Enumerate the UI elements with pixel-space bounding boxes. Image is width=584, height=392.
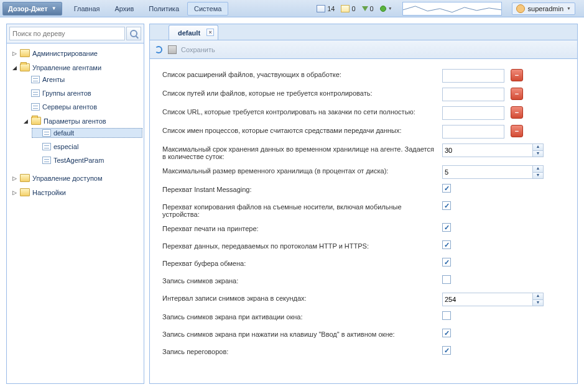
delete-cell: −	[511, 125, 526, 137]
expand-icon[interactable]: ▷	[11, 189, 17, 196]
field-control: ▲▼	[442, 144, 544, 157]
field-control: ▲▼	[442, 165, 544, 179]
checkbox[interactable]: ✓	[442, 258, 451, 267]
tree-folder[interactable]: ◢Управление агентами	[9, 62, 142, 73]
field-label: Список имен процессов, которые считаются…	[162, 125, 442, 134]
form-row: Максимальный размер временного хранилища…	[162, 163, 565, 181]
number-input[interactable]	[442, 144, 532, 157]
delete-button[interactable]: −	[511, 125, 523, 137]
download-icon	[362, 6, 368, 11]
mail-new-stat[interactable]: 14	[317, 5, 335, 12]
user-label: superadmin	[528, 5, 563, 12]
online-stat[interactable]: ▼	[380, 6, 392, 12]
checkbox[interactable]: ✓	[442, 240, 451, 249]
spin-up-button[interactable]: ▲	[532, 293, 544, 299]
checkbox[interactable]: ✓	[442, 223, 451, 232]
tree-label: Серверы агентов	[42, 103, 97, 111]
brand-menu[interactable]: Дозор-Джет ▼	[2, 2, 62, 16]
tree-item[interactable]: especial	[32, 142, 142, 152]
no-toggle	[34, 144, 40, 150]
delete-button[interactable]: −	[511, 69, 523, 81]
text-input[interactable]	[442, 106, 504, 120]
form-row: Максимальный срок хранения данных во вре…	[162, 141, 565, 163]
folder-icon	[31, 117, 41, 125]
tree-item[interactable]: TestAgentParam	[32, 155, 142, 165]
tree-label: Группы агентов	[42, 89, 91, 97]
stat-value: 14	[327, 5, 335, 12]
field-control	[442, 88, 504, 101]
settings-form: Список расширений файлов, участвующих в …	[150, 59, 577, 383]
field-label: Максимальный срок хранения данных во вре…	[162, 144, 442, 160]
tree-label: Настройки	[32, 189, 66, 196]
text-input[interactable]	[442, 125, 504, 139]
text-input[interactable]	[442, 88, 504, 101]
folder-icon	[20, 49, 30, 57]
menu-item-1[interactable]: Архив	[108, 2, 141, 16]
text-input[interactable]	[442, 69, 504, 83]
tree-item[interactable]: Группы агентов	[21, 88, 142, 98]
spin-down-button[interactable]: ▼	[532, 299, 544, 307]
number-input[interactable]	[442, 165, 532, 179]
spin-up-button[interactable]: ▲	[532, 144, 544, 150]
folder-icon	[20, 188, 30, 196]
top-toolbar: Дозор-Джет ▼ ГлавнаяАрхивПолитикаСистема…	[0, 0, 584, 17]
save-button[interactable]	[167, 45, 177, 55]
form-row: Перехват печати на принтере:✓	[162, 221, 565, 238]
save-label: Сохранить	[181, 46, 215, 53]
expand-icon[interactable]: ▷	[11, 50, 17, 57]
tab-default[interactable]: default ×	[169, 25, 218, 40]
tree-item[interactable]: Серверы агентов	[21, 102, 142, 112]
tree-folder[interactable]: ◢Параметры агентов	[21, 116, 142, 126]
tree-label: Управление агентами	[32, 64, 101, 71]
form-icon	[31, 103, 40, 111]
spin-down-button[interactable]: ▼	[532, 172, 544, 180]
delete-cell: −	[511, 88, 526, 100]
tab-label: default	[178, 29, 200, 37]
envelope-open-icon	[341, 5, 350, 12]
checkbox[interactable]	[442, 275, 451, 284]
menu-item-0[interactable]: Главная	[67, 2, 107, 16]
menu-item-3[interactable]: Система	[187, 2, 228, 16]
no-toggle	[34, 157, 40, 163]
field-control: ✓	[442, 223, 451, 232]
delete-button[interactable]: −	[511, 106, 523, 119]
field-label: Перехват Instant Messaging:	[162, 184, 442, 193]
field-label: Максимальный размер временного хранилища…	[162, 165, 442, 175]
checkbox[interactable]: ✓	[442, 346, 451, 355]
collapse-icon[interactable]: ◢	[22, 118, 29, 124]
spin-up-button[interactable]: ▲	[532, 165, 544, 172]
chevron-down-icon: ▼	[52, 6, 57, 11]
field-label: Перехват печати на принтере:	[162, 223, 442, 232]
menu-item-2[interactable]: Политика	[142, 2, 186, 16]
checkbox[interactable]: ✓	[442, 201, 451, 210]
search-input[interactable]	[9, 27, 125, 40]
no-toggle	[22, 90, 29, 96]
envelope-icon	[317, 5, 325, 12]
expand-icon[interactable]: ▷	[11, 175, 17, 181]
close-icon[interactable]: ×	[206, 29, 214, 36]
user-menu[interactable]: superadmin ▼	[512, 2, 575, 15]
field-control: ✓	[442, 201, 451, 210]
stat-value: 0	[370, 5, 374, 12]
number-input[interactable]	[442, 293, 532, 306]
refresh-button[interactable]	[154, 45, 164, 55]
stat-value: 0	[351, 5, 355, 12]
checkbox[interactable]: ✓	[442, 329, 451, 337]
tree-label: default	[53, 129, 74, 137]
mail-open-stat[interactable]: 0	[341, 5, 355, 12]
field-label: Перехват данных, передаваемых по протоко…	[162, 240, 442, 250]
field-label: Список URL, которые требуется контролиро…	[162, 106, 442, 116]
tree-item[interactable]: default	[32, 128, 142, 138]
tree-folder[interactable]: ▷Управление доступом	[9, 173, 142, 183]
spin-down-button[interactable]: ▼	[532, 150, 544, 158]
checkbox[interactable]	[442, 311, 451, 320]
tree-folder[interactable]: ▷Настройки	[9, 187, 142, 198]
search-button[interactable]	[126, 27, 141, 40]
checkbox[interactable]: ✓	[442, 184, 451, 193]
tree-item[interactable]: Агенты	[21, 75, 142, 84]
download-stat[interactable]: 0	[362, 5, 374, 12]
delete-button[interactable]: −	[511, 88, 523, 100]
delete-cell: −	[511, 106, 526, 119]
tree-folder[interactable]: ▷Администрирование	[9, 48, 142, 58]
collapse-icon[interactable]: ◢	[11, 65, 17, 71]
